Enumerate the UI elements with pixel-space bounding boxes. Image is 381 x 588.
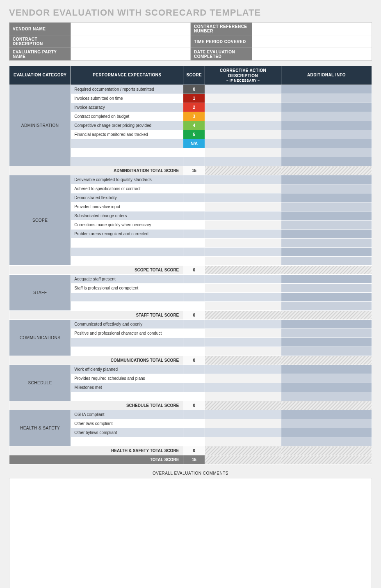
additional-info-cell[interactable] (281, 112, 372, 121)
additional-info-cell[interactable] (281, 248, 372, 257)
corrective-cell[interactable] (205, 211, 281, 220)
additional-info-cell[interactable] (281, 374, 372, 383)
corrective-cell[interactable] (205, 103, 281, 112)
performance-cell[interactable] (71, 392, 183, 401)
additional-info-cell[interactable] (281, 121, 372, 130)
performance-cell[interactable] (71, 293, 183, 302)
additional-info-cell[interactable] (281, 94, 372, 103)
additional-info-cell[interactable] (281, 365, 372, 374)
score-cell[interactable]: 5 (183, 130, 205, 139)
performance-cell[interactable] (71, 239, 183, 248)
score-cell[interactable] (183, 148, 205, 157)
score-cell[interactable] (183, 383, 205, 392)
additional-info-cell[interactable] (281, 347, 372, 356)
performance-cell[interactable]: Other laws compliant (71, 419, 183, 428)
score-cell[interactable] (183, 193, 205, 202)
performance-cell[interactable]: Contract completed on budget (71, 112, 183, 121)
corrective-cell[interactable] (205, 157, 281, 166)
additional-info-cell[interactable] (281, 437, 372, 446)
performance-cell[interactable]: Financial aspects monitored and tracked (71, 130, 183, 139)
corrective-cell[interactable] (205, 392, 281, 401)
corrective-cell[interactable] (205, 193, 281, 202)
score-cell[interactable] (183, 392, 205, 401)
corrective-cell[interactable] (205, 184, 281, 193)
score-cell[interactable] (183, 175, 205, 184)
corrective-cell[interactable] (205, 130, 281, 139)
performance-cell[interactable]: Work efficiently planned (71, 365, 183, 374)
additional-info-cell[interactable] (281, 130, 372, 139)
corrective-cell[interactable] (205, 112, 281, 121)
score-cell[interactable] (183, 220, 205, 230)
value-time-period[interactable] (252, 35, 372, 48)
score-cell[interactable]: 1 (183, 94, 205, 103)
additional-info-cell[interactable] (281, 139, 372, 148)
performance-cell[interactable]: Competitive change order pricing provide… (71, 121, 183, 130)
additional-info-cell[interactable] (281, 392, 372, 401)
corrective-cell[interactable] (205, 121, 281, 130)
performance-cell[interactable]: Substantiated change orders (71, 211, 183, 220)
corrective-cell[interactable] (205, 293, 281, 302)
value-contract-desc[interactable] (71, 35, 191, 48)
corrective-cell[interactable] (205, 419, 281, 428)
performance-cell[interactable] (71, 248, 183, 257)
score-cell[interactable] (183, 275, 205, 284)
score-cell[interactable] (183, 329, 205, 338)
value-contract-ref[interactable] (252, 23, 372, 35)
score-cell[interactable] (183, 437, 205, 446)
additional-info-cell[interactable] (281, 383, 372, 392)
score-cell[interactable] (183, 302, 205, 311)
additional-info-cell[interactable] (281, 320, 372, 329)
performance-cell[interactable]: Demonstrated flexibility (71, 193, 183, 202)
performance-cell[interactable] (71, 437, 183, 446)
score-cell[interactable] (183, 239, 205, 248)
performance-cell[interactable]: Provides required schedules and plans (71, 374, 183, 383)
performance-cell[interactable] (71, 302, 183, 311)
additional-info-cell[interactable] (281, 157, 372, 166)
corrective-cell[interactable] (205, 220, 281, 230)
score-cell[interactable] (183, 419, 205, 428)
value-date-completed[interactable] (252, 48, 372, 61)
additional-info-cell[interactable] (281, 103, 372, 112)
score-cell[interactable] (183, 347, 205, 356)
corrective-cell[interactable] (205, 202, 281, 211)
performance-cell[interactable]: Corrections made quickly when necessary (71, 220, 183, 230)
additional-info-cell[interactable] (281, 202, 372, 211)
score-cell[interactable] (183, 428, 205, 437)
performance-cell[interactable]: Adequate staff present (71, 275, 183, 284)
score-cell[interactable] (183, 248, 205, 257)
additional-info-cell[interactable] (281, 419, 372, 428)
additional-info-cell[interactable] (281, 239, 372, 248)
score-cell[interactable] (183, 374, 205, 383)
additional-info-cell[interactable] (281, 293, 372, 302)
corrective-cell[interactable] (205, 284, 281, 293)
score-cell[interactable] (183, 257, 205, 266)
additional-info-cell[interactable] (281, 175, 372, 184)
corrective-cell[interactable] (205, 230, 281, 239)
corrective-cell[interactable] (205, 248, 281, 257)
performance-cell[interactable]: Other bylaws compliant (71, 428, 183, 437)
additional-info-cell[interactable] (281, 148, 372, 157)
corrective-cell[interactable] (205, 239, 281, 248)
additional-info-cell[interactable] (281, 193, 372, 202)
score-cell[interactable] (183, 211, 205, 220)
comments-box[interactable] (9, 478, 372, 588)
additional-info-cell[interactable] (281, 220, 372, 230)
additional-info-cell[interactable] (281, 329, 372, 338)
additional-info-cell[interactable] (281, 211, 372, 220)
additional-info-cell[interactable] (281, 85, 372, 94)
corrective-cell[interactable] (205, 175, 281, 184)
score-cell[interactable] (183, 230, 205, 239)
additional-info-cell[interactable] (281, 184, 372, 193)
value-evaluator[interactable] (71, 48, 191, 61)
corrective-cell[interactable] (205, 347, 281, 356)
corrective-cell[interactable] (205, 302, 281, 311)
corrective-cell[interactable] (205, 85, 281, 94)
score-cell[interactable]: 3 (183, 112, 205, 121)
performance-cell[interactable] (71, 338, 183, 347)
additional-info-cell[interactable] (281, 410, 372, 419)
performance-cell[interactable]: Required documentation / reports submitt… (71, 85, 183, 94)
corrective-cell[interactable] (205, 329, 281, 338)
score-cell[interactable] (183, 284, 205, 293)
score-cell[interactable] (183, 293, 205, 302)
performance-cell[interactable]: Deliverable completed to quality standar… (71, 175, 183, 184)
